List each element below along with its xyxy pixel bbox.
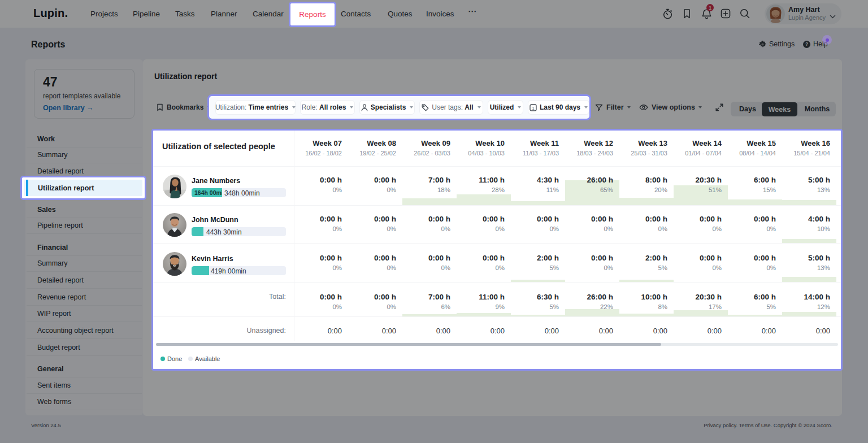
svg-text:1: 1: [532, 105, 535, 110]
